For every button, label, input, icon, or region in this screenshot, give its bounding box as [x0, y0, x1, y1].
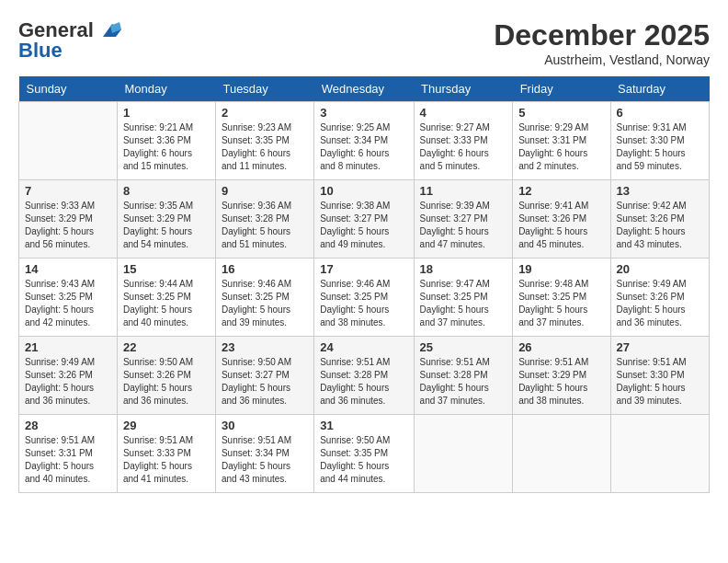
day-number: 8: [123, 184, 210, 198]
calendar-table: SundayMondayTuesdayWednesdayThursdayFrid…: [18, 76, 710, 493]
day-number: 27: [617, 340, 703, 354]
calendar-cell: 3Sunrise: 9:25 AM Sunset: 3:34 PM Daylig…: [314, 102, 414, 180]
day-info: Sunrise: 9:51 AM Sunset: 3:29 PM Dayligh…: [518, 356, 604, 408]
calendar-cell: [19, 102, 118, 180]
calendar-cell: 25Sunrise: 9:51 AM Sunset: 3:28 PM Dayli…: [414, 337, 513, 415]
day-info: Sunrise: 9:41 AM Sunset: 3:26 PM Dayligh…: [518, 200, 604, 251]
day-info: Sunrise: 9:50 AM Sunset: 3:35 PM Dayligh…: [320, 434, 407, 486]
day-info: Sunrise: 9:51 AM Sunset: 3:28 PM Dayligh…: [320, 356, 407, 408]
month-title: December 2025: [494, 18, 710, 52]
day-info: Sunrise: 9:51 AM Sunset: 3:31 PM Dayligh…: [25, 434, 111, 486]
header-wednesday: Wednesday: [314, 76, 414, 102]
day-number: 7: [25, 184, 111, 198]
day-info: Sunrise: 9:49 AM Sunset: 3:26 PM Dayligh…: [25, 356, 111, 408]
calendar-cell: 10Sunrise: 9:38 AM Sunset: 3:27 PM Dayli…: [314, 180, 414, 259]
day-number: 29: [123, 419, 210, 432]
day-number: 12: [518, 184, 604, 198]
logo: General Blue: [18, 18, 125, 63]
calendar-cell: 22Sunrise: 9:50 AM Sunset: 3:26 PM Dayli…: [117, 337, 215, 415]
header-sunday: Sunday: [19, 76, 118, 102]
calendar-cell: 29Sunrise: 9:51 AM Sunset: 3:33 PM Dayli…: [117, 415, 215, 493]
day-info: Sunrise: 9:51 AM Sunset: 3:30 PM Dayligh…: [617, 356, 703, 408]
day-info: Sunrise: 9:38 AM Sunset: 3:27 PM Dayligh…: [320, 200, 407, 251]
day-number: 24: [320, 340, 407, 354]
calendar-cell: 8Sunrise: 9:35 AM Sunset: 3:29 PM Daylig…: [117, 180, 215, 259]
calendar-cell: 9Sunrise: 9:36 AM Sunset: 3:28 PM Daylig…: [215, 180, 313, 259]
day-number: 20: [617, 262, 703, 276]
day-number: 11: [420, 184, 507, 198]
day-info: Sunrise: 9:51 AM Sunset: 3:28 PM Dayligh…: [420, 356, 507, 408]
day-info: Sunrise: 9:27 AM Sunset: 3:33 PM Dayligh…: [420, 121, 507, 173]
calendar-cell: 4Sunrise: 9:27 AM Sunset: 3:33 PM Daylig…: [414, 102, 513, 180]
day-number: 25: [420, 340, 507, 354]
day-number: 31: [320, 419, 407, 432]
calendar-cell: 6Sunrise: 9:31 AM Sunset: 3:30 PM Daylig…: [610, 102, 709, 180]
week-row-1: 1Sunrise: 9:21 AM Sunset: 3:36 PM Daylig…: [19, 102, 710, 180]
day-number: 9: [222, 184, 308, 198]
day-number: 3: [320, 106, 407, 120]
calendar-cell: 2Sunrise: 9:23 AM Sunset: 3:35 PM Daylig…: [215, 102, 313, 180]
header-thursday: Thursday: [414, 76, 513, 102]
calendar-cell: 16Sunrise: 9:46 AM Sunset: 3:25 PM Dayli…: [215, 259, 313, 337]
week-row-5: 28Sunrise: 9:51 AM Sunset: 3:31 PM Dayli…: [19, 415, 710, 493]
day-info: Sunrise: 9:42 AM Sunset: 3:26 PM Dayligh…: [617, 200, 703, 251]
calendar-cell: 23Sunrise: 9:50 AM Sunset: 3:27 PM Dayli…: [215, 337, 313, 415]
header-monday: Monday: [117, 76, 215, 102]
week-row-3: 14Sunrise: 9:43 AM Sunset: 3:25 PM Dayli…: [19, 259, 710, 337]
logo-blue: Blue: [18, 39, 63, 63]
day-number: 13: [617, 184, 703, 198]
location: Austrheim, Vestland, Norway: [494, 52, 710, 67]
calendar-cell: 12Sunrise: 9:41 AM Sunset: 3:26 PM Dayli…: [513, 180, 610, 259]
day-info: Sunrise: 9:50 AM Sunset: 3:26 PM Dayligh…: [123, 356, 210, 408]
day-number: 30: [222, 419, 308, 432]
day-number: 1: [123, 106, 210, 120]
day-info: Sunrise: 9:31 AM Sunset: 3:30 PM Dayligh…: [617, 121, 703, 173]
day-number: 10: [320, 184, 407, 198]
week-row-4: 21Sunrise: 9:49 AM Sunset: 3:26 PM Dayli…: [19, 337, 710, 415]
day-info: Sunrise: 9:48 AM Sunset: 3:25 PM Dayligh…: [518, 278, 604, 329]
day-info: Sunrise: 9:23 AM Sunset: 3:35 PM Dayligh…: [222, 121, 308, 173]
day-info: Sunrise: 9:36 AM Sunset: 3:28 PM Dayligh…: [222, 200, 308, 251]
day-info: Sunrise: 9:29 AM Sunset: 3:31 PM Dayligh…: [518, 121, 604, 173]
calendar-cell: 11Sunrise: 9:39 AM Sunset: 3:27 PM Dayli…: [414, 180, 513, 259]
day-number: 26: [518, 340, 604, 354]
day-number: 5: [518, 106, 604, 120]
calendar-cell: 30Sunrise: 9:51 AM Sunset: 3:34 PM Dayli…: [215, 415, 313, 493]
calendar-cell: [513, 415, 610, 493]
day-number: 16: [222, 262, 308, 276]
day-info: Sunrise: 9:35 AM Sunset: 3:29 PM Dayligh…: [123, 200, 210, 251]
day-number: 23: [222, 340, 308, 354]
header-tuesday: Tuesday: [215, 76, 313, 102]
calendar-cell: [610, 415, 709, 493]
calendar-cell: 31Sunrise: 9:50 AM Sunset: 3:35 PM Dayli…: [314, 415, 414, 493]
day-number: 14: [25, 262, 111, 276]
calendar-cell: [414, 415, 513, 493]
day-info: Sunrise: 9:39 AM Sunset: 3:27 PM Dayligh…: [420, 200, 507, 251]
calendar-cell: 27Sunrise: 9:51 AM Sunset: 3:30 PM Dayli…: [610, 337, 709, 415]
calendar-cell: 1Sunrise: 9:21 AM Sunset: 3:36 PM Daylig…: [117, 102, 215, 180]
day-info: Sunrise: 9:46 AM Sunset: 3:25 PM Dayligh…: [222, 278, 308, 329]
header-saturday: Saturday: [610, 76, 709, 102]
day-info: Sunrise: 9:44 AM Sunset: 3:25 PM Dayligh…: [123, 278, 210, 329]
day-info: Sunrise: 9:50 AM Sunset: 3:27 PM Dayligh…: [222, 356, 308, 408]
day-info: Sunrise: 9:47 AM Sunset: 3:25 PM Dayligh…: [420, 278, 507, 329]
day-number: 28: [25, 419, 111, 432]
day-info: Sunrise: 9:21 AM Sunset: 3:36 PM Dayligh…: [123, 121, 210, 173]
day-info: Sunrise: 9:25 AM Sunset: 3:34 PM Dayligh…: [320, 121, 407, 173]
calendar-cell: 13Sunrise: 9:42 AM Sunset: 3:26 PM Dayli…: [610, 180, 709, 259]
calendar-cell: 5Sunrise: 9:29 AM Sunset: 3:31 PM Daylig…: [513, 102, 610, 180]
calendar-cell: 24Sunrise: 9:51 AM Sunset: 3:28 PM Dayli…: [314, 337, 414, 415]
day-info: Sunrise: 9:51 AM Sunset: 3:33 PM Dayligh…: [123, 434, 210, 486]
logo-icon: [96, 20, 125, 40]
day-number: 15: [123, 262, 210, 276]
calendar-cell: 18Sunrise: 9:47 AM Sunset: 3:25 PM Dayli…: [414, 259, 513, 337]
day-number: 6: [617, 106, 703, 120]
day-info: Sunrise: 9:46 AM Sunset: 3:25 PM Dayligh…: [320, 278, 407, 329]
day-info: Sunrise: 9:49 AM Sunset: 3:26 PM Dayligh…: [617, 278, 703, 329]
header-row: SundayMondayTuesdayWednesdayThursdayFrid…: [19, 76, 710, 102]
calendar-cell: 20Sunrise: 9:49 AM Sunset: 3:26 PM Dayli…: [610, 259, 709, 337]
page-header: General Blue December 2025 Austrheim, Ve…: [18, 18, 710, 67]
day-number: 18: [420, 262, 507, 276]
day-number: 22: [123, 340, 210, 354]
day-info: Sunrise: 9:33 AM Sunset: 3:29 PM Dayligh…: [25, 200, 111, 251]
